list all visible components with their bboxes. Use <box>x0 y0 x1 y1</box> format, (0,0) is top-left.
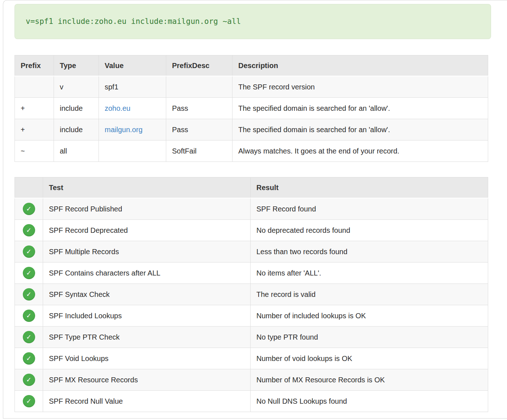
test-cell-status: ✓ <box>15 391 43 412</box>
record-cell-description: The specified domain is searched for an … <box>232 98 488 119</box>
test-cell-status: ✓ <box>15 327 43 348</box>
test-cell-status: ✓ <box>15 369 43 391</box>
record-cell-prefixdesc: SoftFail <box>166 140 232 162</box>
test-row: ✓SPF Void LookupsNumber of void lookups … <box>15 348 488 369</box>
test-cell-result: Less than two records found <box>251 241 488 262</box>
record-table-body: vspf1The SPF record version+includezoho.… <box>15 76 488 162</box>
test-cell-result: No type PTR found <box>251 327 488 348</box>
test-cell-name: SPF Multiple Records <box>43 241 251 262</box>
check-icon: ✓ <box>23 310 35 322</box>
test-row: ✓SPF Contains characters after ALLNo ite… <box>15 262 488 284</box>
record-cell-value: spf1 <box>99 76 166 98</box>
test-cell-name: SPF Record Null Value <box>43 391 251 412</box>
domain-link[interactable]: zoho.eu <box>105 104 130 112</box>
record-cell-prefix <box>15 76 54 98</box>
test-cell-status: ✓ <box>15 262 43 284</box>
record-table-header-row: PrefixTypeValuePrefixDescDescription <box>15 55 488 76</box>
record-cell-type: include <box>54 98 99 119</box>
test-column-header: Test <box>43 177 251 198</box>
test-cell-result: SPF Record found <box>251 198 488 220</box>
record-column-header: Type <box>54 55 99 76</box>
test-column-header: Result <box>251 177 488 198</box>
test-cell-name: SPF Record Deprecated <box>43 220 251 241</box>
test-cell-name: SPF Void Lookups <box>43 348 251 369</box>
record-cell-prefixdesc: Pass <box>166 119 232 140</box>
check-icon: ✓ <box>23 352 35 365</box>
record-cell-prefixdesc: Pass <box>166 98 232 119</box>
check-icon: ✓ <box>23 224 35 236</box>
test-cell-result: No items after 'ALL'. <box>251 262 488 284</box>
check-icon: ✓ <box>23 203 35 215</box>
check-icon: ✓ <box>23 267 35 279</box>
spf-record-text: v=spf1 include:zoho.eu include:mailgun.o… <box>26 17 241 26</box>
test-cell-name: SPF Contains characters after ALL <box>43 262 251 284</box>
test-cell-name: SPF Type PTR Check <box>43 327 251 348</box>
record-column-header: Prefix <box>15 55 54 76</box>
test-cell-result: Number of MX Resource Records is OK <box>251 369 488 391</box>
test-cell-name: SPF Record Published <box>43 198 251 220</box>
test-row: ✓SPF Record DeprecatedNo deprecated reco… <box>15 220 488 241</box>
test-cell-status: ✓ <box>15 198 43 220</box>
record-column-header: Value <box>99 55 166 76</box>
test-row: ✓SPF Type PTR CheckNo type PTR found <box>15 327 488 348</box>
domain-link[interactable]: mailgun.org <box>105 126 143 134</box>
record-column-header: Description <box>232 55 488 76</box>
test-cell-status: ✓ <box>15 241 43 262</box>
record-cell-type: include <box>54 119 99 140</box>
record-cell-value: zoho.eu <box>99 98 166 119</box>
test-cell-result: No deprecated records found <box>251 220 488 241</box>
test-cell-name: SPF Included Lookups <box>43 305 251 327</box>
test-row: ✓SPF Record PublishedSPF Record found <box>15 198 488 220</box>
test-cell-result: Number of void lookups is OK <box>251 348 488 369</box>
test-row: ✓SPF Multiple RecordsLess than two recor… <box>15 241 488 262</box>
test-table-body: ✓SPF Record PublishedSPF Record found✓SP… <box>15 198 488 412</box>
spf-record-code-block: v=spf1 include:zoho.eu include:mailgun.o… <box>14 4 491 39</box>
record-cell-prefix: + <box>15 119 54 140</box>
test-row: ✓SPF Syntax CheckThe record is valid <box>15 284 488 305</box>
test-cell-result: The record is valid <box>251 284 488 305</box>
record-cell-description: The specified domain is searched for an … <box>232 119 488 140</box>
record-column-header: PrefixDesc <box>166 55 232 76</box>
spf-results-panel: v=spf1 include:zoho.eu include:mailgun.o… <box>3 0 507 419</box>
test-status-column-header <box>15 177 43 198</box>
record-row: +includezoho.euPassThe specified domain … <box>15 98 488 119</box>
check-icon: ✓ <box>23 331 35 343</box>
test-cell-result: No Null DNS Lookups found <box>251 391 488 412</box>
record-cell-description: Always matches. It goes at the end of yo… <box>232 140 488 162</box>
record-row: +includemailgun.orgPassThe specified dom… <box>15 119 488 140</box>
test-cell-status: ✓ <box>15 305 43 327</box>
test-cell-status: ✓ <box>15 220 43 241</box>
test-row: ✓SPF Included LookupsNumber of included … <box>15 305 488 327</box>
record-cell-prefix: + <box>15 98 54 119</box>
record-row: ~allSoftFailAlways matches. It goes at t… <box>15 140 488 162</box>
spf-test-table: TestResult ✓SPF Record PublishedSPF Reco… <box>14 177 488 412</box>
test-cell-result: Number of included lookups is OK <box>251 305 488 327</box>
record-cell-prefixdesc <box>166 76 232 98</box>
check-icon: ✓ <box>23 395 35 407</box>
check-icon: ✓ <box>23 288 35 301</box>
test-row: ✓SPF Record Null ValueNo Null DNS Lookup… <box>15 391 488 412</box>
check-icon: ✓ <box>23 245 35 258</box>
record-cell-value: mailgun.org <box>99 119 166 140</box>
record-cell-description: The SPF record version <box>232 76 488 98</box>
test-table-header-row: TestResult <box>15 177 488 198</box>
record-cell-type: all <box>54 140 99 162</box>
test-cell-status: ✓ <box>15 348 43 369</box>
spf-record-table: PrefixTypeValuePrefixDescDescription vsp… <box>14 55 488 162</box>
test-row: ✓SPF MX Resource RecordsNumber of MX Res… <box>15 369 488 391</box>
test-cell-status: ✓ <box>15 284 43 305</box>
record-row: vspf1The SPF record version <box>15 76 488 98</box>
record-cell-value <box>99 140 166 162</box>
record-cell-type: v <box>54 76 99 98</box>
test-cell-name: SPF Syntax Check <box>43 284 251 305</box>
check-icon: ✓ <box>23 374 35 386</box>
test-cell-name: SPF MX Resource Records <box>43 369 251 391</box>
record-cell-prefix: ~ <box>15 140 54 162</box>
